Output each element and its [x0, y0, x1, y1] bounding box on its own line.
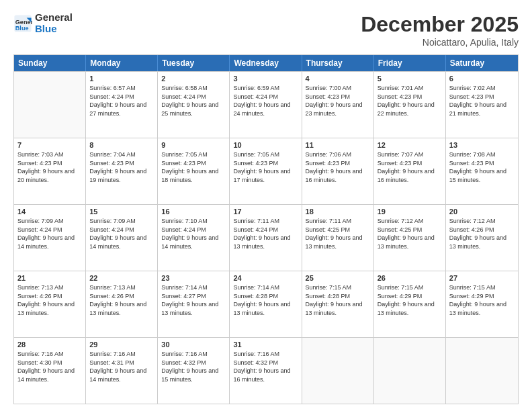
day-number: 9 — [161, 141, 226, 149]
day-info: Sunrise: 6:57 AMSunset: 4:24 PMDaylight:… — [89, 84, 154, 118]
day-number: 7 — [17, 141, 82, 149]
day-cell-5-2: 29Sunrise: 7:16 AMSunset: 4:31 PMDayligh… — [86, 338, 158, 404]
day-info: Sunrise: 7:06 AMSunset: 4:23 PMDaylight:… — [306, 150, 370, 184]
day-cell-1-1 — [14, 72, 86, 138]
day-info: Sunrise: 7:15 AMSunset: 4:28 PMDaylight:… — [306, 283, 370, 317]
day-number: 28 — [17, 340, 82, 349]
day-cell-2-3: 9Sunrise: 7:05 AMSunset: 4:23 PMDaylight… — [158, 138, 230, 204]
day-cell-2-6: 12Sunrise: 7:07 AMSunset: 4:23 PMDayligh… — [374, 138, 446, 204]
location: Noicattaro, Apulia, Italy — [361, 37, 519, 48]
day-cell-4-5: 25Sunrise: 7:15 AMSunset: 4:28 PMDayligh… — [302, 271, 374, 337]
day-cell-1-3: 2Sunrise: 6:58 AMSunset: 4:24 PMDaylight… — [158, 72, 230, 138]
day-info: Sunrise: 7:14 AMSunset: 4:27 PMDaylight:… — [161, 283, 226, 317]
day-cell-1-5: 4Sunrise: 7:00 AMSunset: 4:23 PMDaylight… — [302, 72, 374, 138]
day-cell-2-7: 13Sunrise: 7:08 AMSunset: 4:23 PMDayligh… — [446, 138, 518, 204]
day-cell-3-5: 18Sunrise: 7:11 AMSunset: 4:25 PMDayligh… — [302, 205, 374, 271]
day-cell-1-4: 3Sunrise: 6:59 AMSunset: 4:24 PMDaylight… — [230, 72, 302, 138]
day-cell-2-2: 8Sunrise: 7:04 AMSunset: 4:23 PMDaylight… — [86, 138, 158, 204]
day-info: Sunrise: 7:07 AMSunset: 4:23 PMDaylight:… — [378, 150, 442, 184]
week-row-5: 28Sunrise: 7:16 AMSunset: 4:30 PMDayligh… — [14, 337, 518, 404]
day-info: Sunrise: 7:13 AMSunset: 4:26 PMDaylight:… — [17, 283, 82, 317]
logo-blue: Blue — [35, 24, 73, 35]
day-cell-2-4: 10Sunrise: 7:05 AMSunset: 4:23 PMDayligh… — [230, 138, 302, 204]
day-info: Sunrise: 7:02 AMSunset: 4:23 PMDaylight:… — [449, 84, 515, 118]
day-cell-3-7: 20Sunrise: 7:12 AMSunset: 4:26 PMDayligh… — [446, 205, 518, 271]
day-info: Sunrise: 7:09 AMSunset: 4:24 PMDaylight:… — [17, 217, 82, 250]
day-number: 18 — [306, 208, 370, 216]
day-info: Sunrise: 7:14 AMSunset: 4:28 PMDaylight:… — [233, 283, 298, 317]
day-info: Sunrise: 6:58 AMSunset: 4:24 PMDaylight:… — [161, 84, 226, 118]
day-number: 5 — [378, 75, 442, 83]
day-cell-4-2: 22Sunrise: 7:13 AMSunset: 4:26 PMDayligh… — [86, 271, 158, 337]
day-number: 14 — [17, 208, 82, 216]
header: General Blue General Blue December 2025 … — [13, 12, 519, 48]
day-number: 16 — [161, 208, 226, 216]
day-number: 2 — [161, 75, 226, 83]
day-cell-3-6: 19Sunrise: 7:12 AMSunset: 4:25 PMDayligh… — [374, 205, 446, 271]
svg-text:Blue: Blue — [15, 24, 29, 31]
day-number: 22 — [89, 274, 154, 282]
day-cell-2-1: 7Sunrise: 7:03 AMSunset: 4:23 PMDaylight… — [14, 138, 86, 204]
calendar-body: 1Sunrise: 6:57 AMSunset: 4:24 PMDaylight… — [14, 71, 518, 404]
day-cell-5-4: 31Sunrise: 7:16 AMSunset: 4:32 PMDayligh… — [230, 338, 302, 404]
weekday-saturday: Saturday — [446, 55, 518, 71]
day-cell-2-5: 11Sunrise: 7:06 AMSunset: 4:23 PMDayligh… — [302, 138, 374, 204]
day-cell-4-6: 26Sunrise: 7:15 AMSunset: 4:29 PMDayligh… — [374, 271, 446, 337]
day-info: Sunrise: 7:11 AMSunset: 4:24 PMDaylight:… — [233, 217, 298, 250]
day-number: 12 — [378, 141, 442, 149]
month-title: December 2025 — [361, 12, 519, 37]
day-number: 23 — [161, 274, 226, 282]
day-number: 6 — [449, 75, 515, 83]
day-cell-5-1: 28Sunrise: 7:16 AMSunset: 4:30 PMDayligh… — [14, 338, 86, 404]
day-info: Sunrise: 7:15 AMSunset: 4:29 PMDaylight:… — [378, 283, 442, 317]
day-info: Sunrise: 7:11 AMSunset: 4:25 PMDaylight:… — [306, 217, 370, 250]
week-row-1: 1Sunrise: 6:57 AMSunset: 4:24 PMDaylight… — [14, 71, 518, 138]
day-number: 30 — [161, 340, 226, 349]
day-number: 24 — [233, 274, 298, 282]
calendar: Sunday Monday Tuesday Wednesday Thursday… — [13, 54, 519, 404]
day-info: Sunrise: 7:05 AMSunset: 4:23 PMDaylight:… — [161, 150, 226, 184]
logo-general: General — [35, 12, 73, 24]
day-info: Sunrise: 7:12 AMSunset: 4:25 PMDaylight:… — [378, 217, 442, 250]
day-info: Sunrise: 6:59 AMSunset: 4:24 PMDaylight:… — [233, 84, 298, 118]
day-cell-3-4: 17Sunrise: 7:11 AMSunset: 4:24 PMDayligh… — [230, 205, 302, 271]
day-number: 15 — [89, 208, 154, 216]
day-number: 4 — [306, 75, 370, 83]
weekday-monday: Monday — [86, 55, 158, 71]
day-number: 29 — [89, 340, 154, 349]
day-cell-1-2: 1Sunrise: 6:57 AMSunset: 4:24 PMDaylight… — [86, 72, 158, 138]
day-number: 1 — [89, 75, 154, 83]
day-info: Sunrise: 7:16 AMSunset: 4:31 PMDaylight:… — [89, 350, 154, 383]
day-cell-5-7 — [446, 338, 518, 404]
day-cell-5-5 — [302, 338, 374, 404]
day-number: 20 — [449, 208, 515, 216]
logo-icon: General Blue — [13, 14, 32, 33]
calendar-header: Sunday Monday Tuesday Wednesday Thursday… — [14, 55, 518, 71]
day-info: Sunrise: 7:12 AMSunset: 4:26 PMDaylight:… — [449, 217, 515, 250]
day-info: Sunrise: 7:16 AMSunset: 4:30 PMDaylight:… — [17, 350, 82, 383]
day-number: 19 — [378, 208, 442, 216]
day-number: 31 — [233, 340, 298, 349]
day-number: 11 — [306, 141, 370, 149]
day-number: 27 — [449, 274, 515, 282]
day-info: Sunrise: 7:09 AMSunset: 4:24 PMDaylight:… — [89, 217, 154, 250]
title-block: December 2025 Noicattaro, Apulia, Italy — [361, 12, 519, 48]
day-cell-3-3: 16Sunrise: 7:10 AMSunset: 4:24 PMDayligh… — [158, 205, 230, 271]
day-info: Sunrise: 7:15 AMSunset: 4:29 PMDaylight:… — [449, 283, 515, 317]
page: General Blue General Blue December 2025 … — [0, 0, 532, 411]
day-number: 13 — [449, 141, 515, 149]
day-info: Sunrise: 7:13 AMSunset: 4:26 PMDaylight:… — [89, 283, 154, 317]
day-cell-1-6: 5Sunrise: 7:01 AMSunset: 4:23 PMDaylight… — [374, 72, 446, 138]
week-row-4: 21Sunrise: 7:13 AMSunset: 4:26 PMDayligh… — [14, 271, 518, 337]
day-cell-1-7: 6Sunrise: 7:02 AMSunset: 4:23 PMDaylight… — [446, 72, 518, 138]
day-number: 10 — [233, 141, 298, 149]
weekday-sunday: Sunday — [14, 55, 86, 71]
day-number: 8 — [89, 141, 154, 149]
day-info: Sunrise: 7:16 AMSunset: 4:32 PMDaylight:… — [233, 350, 298, 383]
week-row-2: 7Sunrise: 7:03 AMSunset: 4:23 PMDaylight… — [14, 138, 518, 204]
day-cell-4-4: 24Sunrise: 7:14 AMSunset: 4:28 PMDayligh… — [230, 271, 302, 337]
day-info: Sunrise: 7:05 AMSunset: 4:23 PMDaylight:… — [233, 150, 298, 184]
week-row-3: 14Sunrise: 7:09 AMSunset: 4:24 PMDayligh… — [14, 204, 518, 271]
day-cell-4-3: 23Sunrise: 7:14 AMSunset: 4:27 PMDayligh… — [158, 271, 230, 337]
day-number: 3 — [233, 75, 298, 83]
